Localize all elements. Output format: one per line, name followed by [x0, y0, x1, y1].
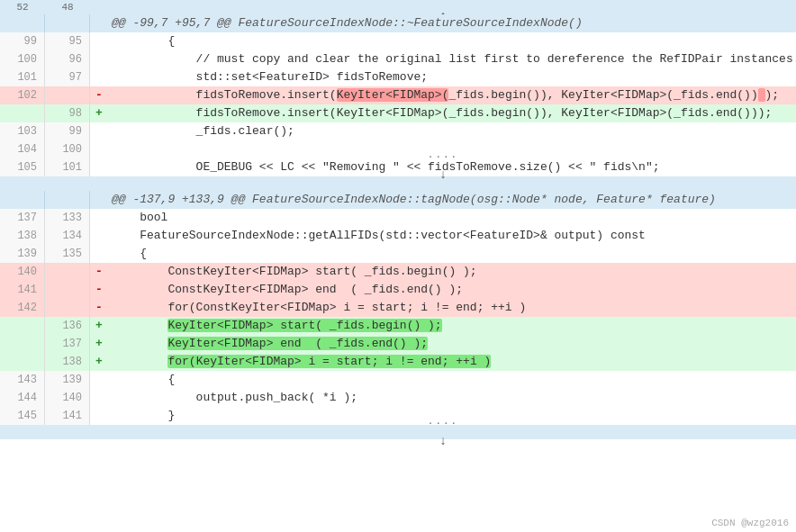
hunk-new-num: [45, 14, 90, 32]
diff-line-144: 144 140 output.push_back( *i );: [0, 389, 796, 407]
line-old-144: 144: [0, 389, 45, 407]
line-new-138a: 138: [45, 353, 90, 371]
line-old-142: 142: [0, 299, 45, 317]
line-old-99: 99: [0, 32, 45, 50]
line-marker-137a: +: [90, 335, 108, 353]
line-marker-142: -: [90, 299, 108, 317]
line-marker-98: +: [90, 104, 108, 122]
diff-line-140: 140 - ConstKeyIter<FIDMap> start( _fids.…: [0, 263, 796, 281]
diff-line-142: 142 - for(ConstKeyIter<FIDMap> i = start…: [0, 299, 796, 317]
line-content-138: FeatureSourceIndexNode::getAllFIDs(std::…: [108, 227, 796, 245]
expander-arrow-down[interactable]: ↓: [421, 432, 466, 450]
line-marker-140: -: [90, 263, 108, 281]
line-marker-139: [90, 245, 108, 263]
hunk-header-1: @@ -99,7 +95,7 @@ FeatureSourceIndexNode…: [0, 14, 796, 32]
hunk-old-num: [0, 14, 45, 32]
line-new-133: 133: [45, 209, 90, 227]
line-old-103: 103: [0, 122, 45, 140]
line-new-139: 139: [45, 371, 90, 389]
expander-dots-bottom: ····: [428, 414, 458, 432]
footer-watermark: CSDN @wzg2016: [711, 518, 789, 528]
line-old-140: 140: [0, 263, 45, 281]
line-new-136: 136: [45, 317, 90, 335]
line-new-137a: 137: [45, 335, 90, 353]
line-content-140: ConstKeyIter<FIDMap> start( _fids.begin(…: [108, 263, 796, 281]
line-content-142: for(ConstKeyIter<FIDMap> i = start; i !=…: [108, 299, 796, 317]
line-old-138a-empty: [0, 353, 45, 371]
hunk-content-2: @@ -137,9 +133,9 @@ FeatureSourceIndexNo…: [108, 191, 796, 209]
line-marker-100: [90, 50, 108, 68]
line-new-99: 99: [45, 122, 90, 140]
line-old-137a-empty: [0, 335, 45, 353]
line-marker-144: [90, 389, 108, 407]
line-new-101: 101: [45, 158, 90, 176]
line-content-101: std::set<FeatureID> fidsToRemove;: [108, 68, 796, 86]
line-old-100: 100: [0, 50, 45, 68]
line-new-95: 95: [45, 32, 90, 50]
hunk-header-2: @@ -137,9 +133,9 @@ FeatureSourceIndexNo…: [0, 191, 796, 209]
line-content-137: bool: [108, 209, 796, 227]
line-old-139: 139: [0, 245, 45, 263]
diff-line-101: 101 97 std::set<FeatureID> fidsToRemove;: [0, 68, 796, 86]
expander-mid[interactable]: ···· ↓ ···· ↑: [0, 176, 796, 191]
line-old-101: 101: [0, 68, 45, 86]
diff-line-137: 137 133 bool: [0, 209, 796, 227]
expander-dots-mid1: ····: [428, 148, 458, 166]
line-old-105: 105: [0, 158, 45, 176]
diff-line-138-added: 138 + for(KeyIter<FIDMap> i = start; i !…: [0, 353, 796, 371]
line-new-98: 98: [45, 104, 90, 122]
line-marker-143: [90, 371, 108, 389]
line-content-143: {: [108, 371, 796, 389]
line-new-102-empty: [45, 86, 90, 104]
line-old-145: 145: [0, 407, 45, 425]
added-highlight-137: KeyIter<FIDMap> end ( _fids.end() );: [167, 337, 428, 350]
line-content-103: _fids.clear();: [108, 122, 796, 140]
hunk2-old-num: [0, 191, 45, 209]
line-old-137: 137: [0, 209, 45, 227]
line-marker-101: [90, 68, 108, 86]
line-content-139: {: [108, 245, 796, 263]
line-content-144: output.push_back( *i );: [108, 389, 796, 407]
expander-bottom[interactable]: ···· ↓: [0, 425, 796, 439]
line-content-138a: for(KeyIter<FIDMap> i = start; i != end;…: [108, 353, 796, 371]
line-old-138: 138: [0, 227, 45, 245]
removed-highlight-1: KeyIter<FIDMap>(: [337, 88, 449, 102]
line-old-141: 141: [0, 281, 45, 299]
line-content-98: fidsToRemove.insert(KeyIter<FIDMap>(_fid…: [108, 104, 796, 122]
expander-dots-top: ····: [428, 0, 458, 7]
removed-highlight-2: [758, 88, 765, 102]
line-marker-99: [90, 32, 108, 50]
line-new-140: 140: [45, 389, 90, 407]
line-marker-137: [90, 209, 108, 227]
line-content-141: ConstKeyIter<FIDMap> end ( _fids.end() )…: [108, 281, 796, 299]
line-content-102: fidsToRemove.insert(KeyIter<FIDMap>(_fid…: [108, 86, 796, 104]
line-marker-141: -: [90, 281, 108, 299]
line-new-135: 135: [45, 245, 90, 263]
expander-top[interactable]: 52 48 ···· ↑: [0, 0, 796, 14]
line-new-141-empty: [45, 281, 90, 299]
diff-line-141: 141 - ConstKeyIter<FIDMap> end ( _fids.e…: [0, 281, 796, 299]
line-old-102: 102: [0, 86, 45, 104]
diff-line-137-added: 137 + KeyIter<FIDMap> end ( _fids.end() …: [0, 335, 796, 353]
diff-line-103: 103 99 _fids.clear();: [0, 122, 796, 140]
line-content-99: {: [108, 32, 796, 50]
line-new-134: 134: [45, 227, 90, 245]
line-content-137a: KeyIter<FIDMap> end ( _fids.end() );: [108, 335, 796, 353]
added-highlight-136: KeyIter<FIDMap> start( _fids.begin() );: [167, 319, 441, 332]
line-marker-103: [90, 122, 108, 140]
diff-line-139: 139 135 {: [0, 245, 796, 263]
diff-view: 52 48 ···· ↑ @@ -99,7 +95,7 @@ FeatureSo…: [0, 0, 796, 532]
line-new-140-empty: [45, 263, 90, 281]
line-new-141: 141: [45, 407, 90, 425]
added-highlight-138: for(KeyIter<FIDMap> i = start; i != end;…: [167, 355, 491, 368]
line-new-96: 96: [45, 50, 90, 68]
diff-line-102: 102 - fidsToRemove.insert(KeyIter<FIDMap…: [0, 86, 796, 104]
line-new-142-empty: [45, 299, 90, 317]
diff-line-98-added: 98 + fidsToRemove.insert(KeyIter<FIDMap>…: [0, 104, 796, 122]
line-old-136-empty: [0, 317, 45, 335]
line-new-100: 100: [45, 140, 90, 158]
diff-line-99: 99 95 {: [0, 32, 796, 50]
diff-line-136-added: 136 + KeyIter<FIDMap> start( _fids.begin…: [0, 317, 796, 335]
hunk-content-1: @@ -99,7 +95,7 @@ FeatureSourceIndexNode…: [108, 14, 796, 32]
expander-arrow-mid-down[interactable]: ↓: [421, 166, 466, 184]
